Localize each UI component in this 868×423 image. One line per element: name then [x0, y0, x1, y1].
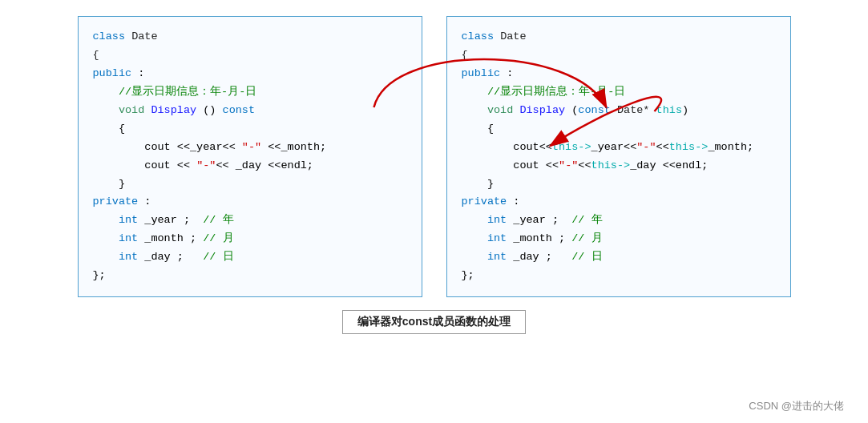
code-line: cout <<_year<< "-" <<_month;	[93, 139, 407, 157]
code-line: int _month ; // 月	[93, 230, 407, 248]
code-line: {	[93, 120, 407, 139]
code-line: }	[93, 175, 407, 194]
code-line: private :	[462, 193, 776, 212]
code-panels: class Date { public : //显示日期信息：年-月-日 voi…	[16, 16, 852, 297]
caption-box: 编译器对const成员函数的处理	[342, 310, 526, 334]
code-line: void Display () const	[93, 102, 407, 120]
code-line: int _month ; // 月	[462, 230, 776, 248]
code-line: int _day ; // 日	[93, 248, 407, 267]
code-line: cout<<this->_year<<"-"<<this->_month;	[462, 139, 776, 157]
csdn-label: CSDN @进击的大佬	[749, 399, 844, 413]
code-line: void Display (const Date* this)	[462, 102, 776, 120]
code-line: {	[462, 46, 776, 65]
code-line: {	[93, 46, 407, 65]
right-code-box: class Date { public : //显示日期信息：年-月-日 voi…	[446, 16, 791, 297]
code-line: {	[462, 120, 776, 139]
code-line: int _year ; // 年	[93, 212, 407, 230]
code-line: class Date	[93, 28, 407, 46]
code-line: cout <<"-"<<this->_day <<endl;	[462, 157, 776, 175]
code-line: public :	[462, 65, 776, 83]
code-line: private :	[93, 193, 407, 212]
code-line: }	[462, 175, 776, 194]
code-line: //显示日期信息：年-月-日	[93, 83, 407, 102]
code-line: int _day ; // 日	[462, 248, 776, 267]
code-line: class Date	[462, 28, 776, 46]
code-line: cout << "-"<< _day <<endl;	[93, 157, 407, 175]
code-line: public :	[93, 65, 407, 83]
code-line: };	[93, 267, 407, 285]
caption-text: 编译器对const成员函数的处理	[357, 315, 511, 328]
code-line: //显示日期信息：年-月-日	[462, 83, 776, 102]
code-line: };	[462, 267, 776, 285]
main-container: class Date { public : //显示日期信息：年-月-日 voi…	[0, 0, 868, 423]
left-code-box: class Date { public : //显示日期信息：年-月-日 voi…	[78, 16, 422, 297]
code-line: int _year ; // 年	[462, 212, 776, 230]
